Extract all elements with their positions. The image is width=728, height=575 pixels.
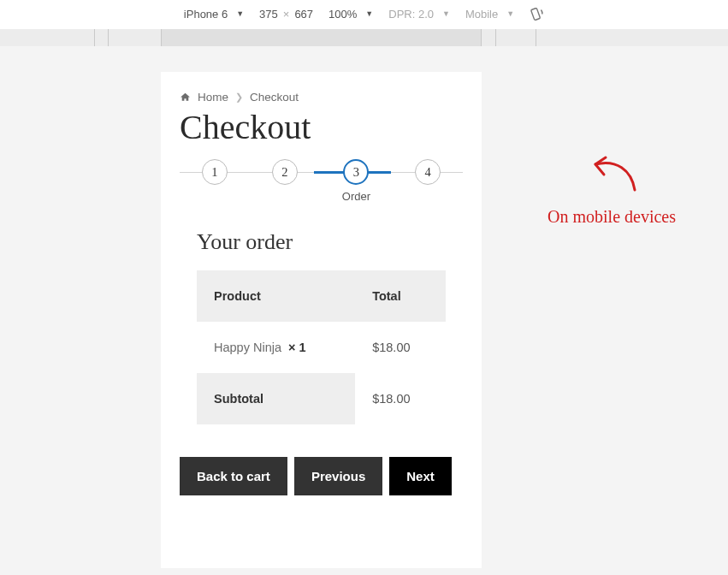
throttle-value: Mobile <box>465 8 498 21</box>
device-selector[interactable]: iPhone 6 ▼ <box>184 8 244 21</box>
step-2[interactable]: 2 <box>272 159 298 204</box>
subtotal-label: Subtotal <box>197 373 355 424</box>
viewport-width[interactable]: 375 <box>259 8 278 21</box>
order-heading: Your order <box>197 229 446 255</box>
next-button[interactable]: Next <box>389 457 452 495</box>
dropdown-triangle-icon: ▼ <box>506 9 514 18</box>
checkout-nav-buttons: Back to cart Previous Next <box>180 457 463 495</box>
breadcrumb-home-link[interactable]: Home <box>198 91 228 104</box>
devtools-canvas: Home ❯ Checkout Checkout 1 2 3 Ord <box>0 46 728 575</box>
viewport-dimensions: 375 × 667 <box>259 8 313 21</box>
viewport-ruler <box>0 29 728 46</box>
step-label: Order <box>342 190 370 204</box>
checkout-steps: 1 2 3 Order 4 <box>180 159 463 204</box>
dropdown-triangle-icon: ▼ <box>365 9 373 18</box>
step-number: 3 <box>343 159 369 185</box>
subtotal-value: $18.00 <box>355 373 446 424</box>
step-number: 4 <box>415 159 441 185</box>
col-product: Product <box>197 270 355 322</box>
rotate-device-icon[interactable] <box>530 7 544 21</box>
overlay-annotation: On mobile devices <box>509 149 714 227</box>
step-number: 1 <box>202 159 228 185</box>
svg-rect-0 <box>531 8 541 20</box>
page-title: Checkout <box>180 107 463 147</box>
col-total: Total <box>355 270 446 322</box>
home-icon <box>180 92 191 103</box>
back-to-cart-button[interactable]: Back to cart <box>180 457 287 495</box>
item-qty: × 1 <box>288 341 306 354</box>
breadcrumb-current: Checkout <box>250 91 299 104</box>
step-3[interactable]: 3 Order <box>342 159 370 204</box>
device-name: iPhone 6 <box>184 8 228 21</box>
zoom-selector[interactable]: 100% ▼ <box>328 8 373 21</box>
overlay-text: On mobile devices <box>509 207 714 227</box>
mobile-viewport: Home ❯ Checkout Checkout 1 2 3 Ord <box>161 72 482 568</box>
step-number: 2 <box>272 159 298 185</box>
throttle-selector[interactable]: Mobile ▼ <box>465 8 514 21</box>
zoom-value: 100% <box>328 8 357 21</box>
step-1[interactable]: 1 <box>202 159 228 204</box>
dpr-selector[interactable]: DPR: 2.0 ▼ <box>388 8 450 21</box>
order-table: Product Total Happy Ninja × 1 $18.00 Sub… <box>197 270 446 424</box>
table-row: Happy Ninja × 1 $18.00 <box>197 322 446 373</box>
table-header-row: Product Total <box>197 270 446 322</box>
chevron-right-icon: ❯ <box>235 92 243 103</box>
line-item-cell: Happy Ninja × 1 <box>197 322 355 373</box>
item-name: Happy Ninja <box>214 341 281 354</box>
step-4[interactable]: 4 <box>415 159 441 204</box>
breadcrumb: Home ❯ Checkout <box>180 91 463 104</box>
order-section: Your order Product Total Happy Ninja × 1… <box>180 229 463 424</box>
previous-button[interactable]: Previous <box>294 457 382 495</box>
item-total: $18.00 <box>355 322 446 373</box>
curved-arrow-icon <box>582 149 642 200</box>
viewport-height[interactable]: 667 <box>294 8 313 21</box>
dim-separator: × <box>283 8 290 21</box>
dropdown-triangle-icon: ▼ <box>442 9 450 18</box>
subtotal-row: Subtotal $18.00 <box>197 373 446 424</box>
dpr-value: DPR: 2.0 <box>388 8 434 21</box>
dropdown-triangle-icon: ▼ <box>236 9 244 18</box>
devtools-device-toolbar: iPhone 6 ▼ 375 × 667 100% ▼ DPR: 2.0 ▼ M… <box>0 0 728 29</box>
